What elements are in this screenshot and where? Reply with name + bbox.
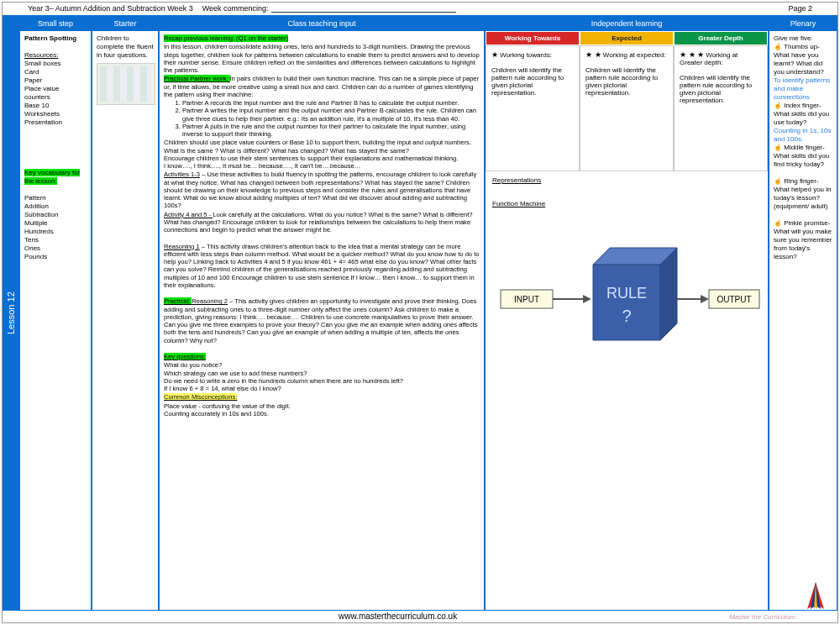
practical-2-label: Practical: xyxy=(164,297,192,305)
recap-label: Recap previous learning: (Q1 on the star… xyxy=(164,34,288,42)
greater-depth-header: Greater Depth xyxy=(674,31,768,45)
key-vocab-label: Key vocabulary for the lesson: xyxy=(24,169,80,185)
fm-question-mark: ? xyxy=(622,307,631,325)
resources-label: Resources: xyxy=(24,51,87,60)
star-icon: ★ ★ ★ xyxy=(680,50,704,59)
reasoning-2-label: Reasoning 2 xyxy=(192,297,228,305)
function-machine-diagram: INPUT RULE ? xyxy=(492,223,761,365)
practical-partner-label: Practical Partner work: xyxy=(164,75,230,82)
reasoning-2-body: – This activity gives children an opport… xyxy=(164,297,477,344)
starter-header: Starter xyxy=(92,16,158,31)
svg-marker-2 xyxy=(583,295,591,303)
fm-rule-label: RULE xyxy=(606,285,647,302)
small-step-header: Small step xyxy=(20,16,91,31)
course-title: Year 3– Autumn Addition and Subtraction … xyxy=(28,4,193,13)
lesson-title: Pattern Spotting xyxy=(24,34,87,43)
starter-text: Children to complete the fluent in four … xyxy=(97,34,154,60)
ex-title: Working at expected: xyxy=(601,51,666,59)
misconceptions-body: Place value - confusing the value of the… xyxy=(164,402,480,418)
activities-1-3-label: Activities 1-3 xyxy=(164,171,200,178)
starter-thumbnail xyxy=(97,63,155,105)
small-step-column: Small step Pattern Spotting Resources: S… xyxy=(19,15,92,611)
misconceptions-label: Common Misconceptions: xyxy=(164,393,237,401)
gd-body: Children will identify the pattern rule … xyxy=(680,74,762,104)
resources-list: Small boxes Card Paper Place value count… xyxy=(24,60,87,127)
footer-brand: Master the Curriculum xyxy=(729,613,795,621)
greater-depth-cell: ★ ★ ★ Working at Greater depth: Children… xyxy=(674,45,768,171)
working-towards-cell: ★ Working towards: Children will identif… xyxy=(486,45,580,171)
svg-marker-5 xyxy=(660,248,677,340)
lesson-number-tab: Lesson 12 xyxy=(3,15,19,611)
expected-cell: ★ ★ Working at expected: Children will i… xyxy=(580,45,674,171)
starter-column: Starter Children to complete the fluent … xyxy=(92,15,159,611)
plenary-middle: ☝ Middle finger- What skills did you fin… xyxy=(774,144,832,169)
svg-marker-3 xyxy=(593,265,660,340)
representations-area: Representations Function Machine INPUT xyxy=(486,171,768,370)
plenary-ring: ☝ Ring finger- What helped you in today'… xyxy=(774,177,832,211)
plenary-pinkie: ☝ Pinkie promise- What will you make sur… xyxy=(774,219,832,261)
key-vocab-list: Pattern Addition Subtraction Multiple Hu… xyxy=(24,194,87,261)
partner-step-1: Partner A records the input number and t… xyxy=(182,99,480,107)
fm-output-label: OUTPUT xyxy=(717,295,751,304)
reasoning-1-body: – This activity draws children's attenti… xyxy=(164,243,480,289)
wt-body: Children will identify the pattern rule … xyxy=(491,66,574,97)
activity-4-5-label: Activity 4 and 5 - xyxy=(164,211,213,218)
after-steps-text: Children should use place value counters… xyxy=(164,139,480,170)
plenary-index: ☝ Index finger- What skills did you use … xyxy=(774,102,832,127)
lesson-plan-page: Year 3– Autumn Addition and Subtraction … xyxy=(2,2,838,623)
ex-body: Children will identify the pattern rule … xyxy=(585,66,668,97)
star-icon: ★ xyxy=(491,50,498,59)
week-commencing-blank xyxy=(271,4,456,13)
plenary-column: Plenary Give me five: ☝ Thumbs up- What … xyxy=(769,15,837,611)
fm-input-label: INPUT xyxy=(514,295,539,304)
reasoning-1-label: Reasoning 1 xyxy=(164,243,200,250)
svg-marker-7 xyxy=(701,295,709,303)
key-questions-label: Key questions: xyxy=(164,353,206,360)
expected-header: Expected xyxy=(580,31,674,45)
brand-logo-icon xyxy=(801,580,831,619)
wt-title: Working towards: xyxy=(498,51,552,59)
teaching-input-column: Class teaching input Recap previous lear… xyxy=(159,15,485,611)
key-questions-body: What do you notice? Which strategy can w… xyxy=(164,361,480,392)
plenary-index-answer: Counting in 1s, 10s and 100s. xyxy=(774,127,832,144)
partner-steps: Partner A records the input number and t… xyxy=(164,99,480,138)
star-icon: ★ ★ xyxy=(585,50,601,59)
independent-learning-column: Independent learning Working Towards Exp… xyxy=(485,15,769,611)
footer-url: www.masterthecurriculum.co.uk xyxy=(339,612,457,621)
plenary-thumbs-answer: To identify patterns and make connection… xyxy=(774,76,832,102)
recap-body: In this lesson, children consolidate add… xyxy=(164,43,480,74)
page-header: Year 3– Autumn Addition and Subtraction … xyxy=(3,3,837,14)
activities-1-3-body: – Use these activities to build fluency … xyxy=(164,171,476,209)
differentiation-body-row: ★ Working towards: Children will identif… xyxy=(486,45,768,171)
partner-step-3: Partner A puts in the rule and the outpu… xyxy=(182,123,480,139)
representations-label: Representations xyxy=(492,176,541,184)
partner-step-2: Partner A writes the input number and th… xyxy=(182,107,480,123)
plenary-header: Plenary xyxy=(769,16,837,31)
plenary-intro: Give me five: xyxy=(774,34,832,43)
week-commencing-label: Week commencing: xyxy=(202,4,269,13)
page-number: Page 2 xyxy=(788,4,812,13)
plenary-thumbs: ☝ Thumbs up- What have you learnt? What … xyxy=(774,43,832,76)
independent-header: Independent learning xyxy=(486,16,768,31)
teaching-header: Class teaching input xyxy=(160,16,484,31)
differentiation-header-row: Working Towards Expected Greater Depth xyxy=(486,31,768,45)
function-machine-label: Function Machine xyxy=(492,200,545,207)
working-towards-header: Working Towards xyxy=(486,31,580,45)
